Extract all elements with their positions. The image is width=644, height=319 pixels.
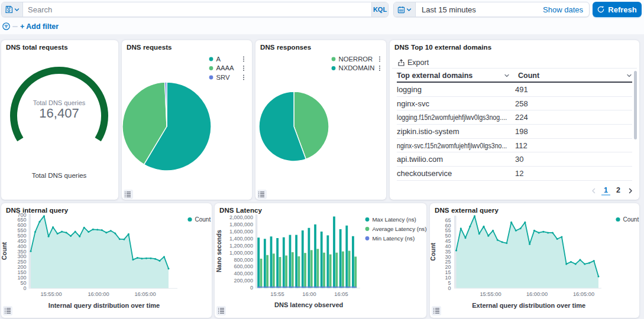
data-point[interactable] [335, 287, 336, 288]
bar-max-latency[interactable] [326, 235, 329, 288]
data-point[interactable] [145, 258, 147, 259]
bar-max-latency[interactable] [333, 216, 335, 288]
bar-max-latency[interactable] [321, 232, 323, 288]
data-point[interactable] [341, 287, 343, 288]
filter-icon[interactable] [2, 22, 10, 30]
data-point[interactable] [70, 235, 72, 237]
data-point[interactable] [483, 226, 485, 227]
legend-menu-icon[interactable] [379, 58, 380, 60]
bar-max-latency[interactable] [295, 235, 297, 288]
data-point[interactable] [347, 287, 349, 288]
data-point[interactable] [474, 215, 475, 217]
data-point[interactable] [266, 287, 267, 288]
data-point[interactable] [570, 261, 572, 263]
data-point[interactable] [43, 215, 45, 217]
bar-max-latency[interactable] [308, 228, 310, 288]
bar-avg-latency[interactable] [342, 252, 344, 288]
legend-menu-icon[interactable] [243, 70, 244, 71]
table-row[interactable]: zipkin.istio-system198 [397, 125, 632, 139]
data-point[interactable] [510, 222, 512, 223]
data-point[interactable] [303, 287, 305, 288]
data-point[interactable] [168, 268, 170, 269]
bar-avg-latency[interactable] [354, 256, 357, 288]
legend-menu-icon[interactable] [243, 68, 244, 69]
data-point[interactable] [588, 262, 590, 264]
refresh-button[interactable]: Refresh [593, 2, 642, 17]
kql-language-button[interactable]: KQL [371, 2, 388, 17]
data-point[interactable] [61, 231, 63, 233]
legend-menu-icon[interactable] [243, 75, 244, 76]
table-row[interactable]: logging.f15n2womfujehfjlwv0lgs3nog....22… [397, 110, 632, 125]
column-header-count[interactable]: Count [518, 71, 539, 80]
legend-toggle-button[interactable] [3, 306, 12, 315]
data-point[interactable] [259, 287, 261, 288]
data-point[interactable] [520, 227, 522, 229]
data-point[interactable] [39, 221, 41, 223]
data-point[interactable] [487, 235, 489, 237]
data-point[interactable] [48, 236, 50, 237]
add-filter-button[interactable]: + Add filter [20, 22, 59, 31]
bar-avg-latency[interactable] [348, 251, 351, 288]
data-point[interactable] [34, 231, 36, 233]
legend-menu-icon[interactable] [379, 57, 380, 58]
data-point[interactable] [163, 256, 165, 258]
legend-menu-icon[interactable] [243, 77, 244, 78]
data-point[interactable] [66, 232, 67, 233]
data-point[interactable] [57, 233, 59, 235]
show-dates-link[interactable]: Show dates [543, 2, 589, 17]
legend-toggle-button[interactable] [257, 190, 267, 199]
saved-query-menu-button[interactable] [2, 2, 23, 17]
data-point[interactable] [575, 263, 577, 265]
legend-menu-icon[interactable] [379, 68, 380, 69]
date-quick-menu-button[interactable] [394, 2, 416, 17]
chevron-down-icon[interactable] [626, 73, 632, 79]
bar-max-latency[interactable] [302, 230, 304, 288]
legend-menu-icon[interactable] [243, 79, 244, 80]
panel-dns-external-query[interactable]: DNS external query 051015202530354045505… [430, 203, 639, 318]
bar-avg-latency[interactable] [292, 252, 294, 288]
legend-menu-icon[interactable] [379, 70, 380, 71]
data-point[interactable] [556, 238, 558, 240]
data-point[interactable] [542, 231, 544, 233]
bar-avg-latency[interactable] [279, 257, 281, 288]
legend-menu-icon[interactable] [243, 60, 244, 61]
bar-avg-latency[interactable] [316, 249, 319, 288]
bar-avg-latency[interactable] [273, 253, 275, 288]
bar-max-latency[interactable] [345, 226, 348, 288]
bar-max-latency[interactable] [289, 235, 292, 288]
data-point[interactable] [598, 276, 600, 278]
bar-avg-latency[interactable] [304, 253, 306, 288]
data-point[interactable] [501, 241, 503, 243]
chevron-left-icon[interactable] [590, 187, 597, 194]
data-point[interactable] [565, 263, 567, 265]
table-row[interactable]: checkoutservice12 [397, 167, 632, 181]
legend-toggle-button[interactable] [216, 306, 226, 315]
data-point[interactable] [492, 230, 494, 232]
data-point[interactable] [547, 232, 549, 233]
legend-menu-icon[interactable] [379, 60, 380, 61]
table-row[interactable]: logging491 [397, 83, 632, 97]
table-scrollbar[interactable] [634, 71, 637, 139]
data-point[interactable] [533, 230, 535, 232]
page-number-2[interactable]: 2 [614, 186, 623, 196]
data-point[interactable] [354, 287, 355, 288]
data-point[interactable] [92, 229, 94, 230]
data-point[interactable] [309, 287, 311, 288]
bar-avg-latency[interactable] [260, 259, 263, 288]
data-point[interactable] [150, 258, 151, 259]
data-point[interactable] [322, 287, 324, 288]
data-point[interactable] [132, 259, 134, 261]
panel-dns-latency[interactable]: DNS Latency 0200,000400,000600,000800,00… [215, 203, 426, 318]
data-point[interactable] [154, 258, 156, 260]
data-point[interactable] [110, 230, 112, 232]
data-point[interactable] [524, 222, 526, 223]
data-point[interactable] [297, 287, 299, 288]
bar-avg-latency[interactable] [285, 256, 287, 288]
panel-dns-internal-query[interactable]: DNS internal query 050100150200250300350… [1, 203, 212, 318]
chevron-right-icon[interactable] [627, 187, 634, 194]
data-point[interactable] [30, 250, 32, 252]
bar-max-latency[interactable] [283, 237, 285, 288]
table-row[interactable]: nginx-svc258 [397, 97, 632, 111]
table-row[interactable]: api.twilio.com30 [397, 152, 632, 167]
bar-avg-latency[interactable] [266, 255, 268, 288]
